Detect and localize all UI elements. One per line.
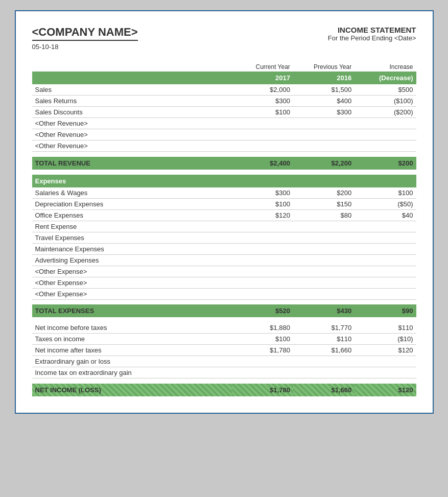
- row-cy: [232, 129, 293, 140]
- total-expenses-inc: $90: [355, 304, 416, 317]
- table-row: Office Expenses $120 $80 $40: [32, 209, 416, 221]
- total-expenses-py: $430: [293, 304, 355, 317]
- total-expenses-cy: $520: [232, 304, 293, 317]
- row-py: $400: [293, 96, 355, 107]
- table-row: <Other Expense>: [32, 288, 416, 299]
- row-label: Depreciation Expenses: [32, 198, 232, 209]
- expenses-header-inc: [355, 175, 416, 187]
- table-row: Income tax on extraordinary gain: [32, 367, 416, 378]
- row-label: Extraordinary gain or loss: [32, 356, 232, 367]
- income-table: Current Year Previous Year Increase 2017…: [32, 62, 416, 396]
- row-label: Sales Discounts: [32, 107, 232, 118]
- revenue-header-label: [32, 72, 232, 84]
- table-row: <Other Expense>: [32, 266, 416, 277]
- spacer: [32, 152, 416, 157]
- row-label: Income tax on extraordinary gain: [32, 367, 232, 378]
- row-label: <Other Revenue>: [32, 140, 232, 152]
- total-revenue-cy: $2,400: [232, 157, 293, 170]
- row-inc: [355, 140, 416, 152]
- row-inc: ($10): [355, 334, 416, 345]
- table-row: Sales Returns $300 $400 ($100): [32, 96, 416, 107]
- table-row: Travel Expenses: [32, 232, 416, 243]
- col-header-inc: Increase: [355, 62, 416, 72]
- revenue-section-header: 2017 2016 (Decrease): [32, 72, 416, 84]
- expenses-header-py: [293, 175, 355, 187]
- header-right: INCOME STATEMENT For the Period Ending <…: [328, 26, 416, 42]
- row-inc: [355, 129, 416, 140]
- row-py: $80: [293, 209, 355, 221]
- row-cy: $1,880: [232, 322, 293, 334]
- report-title: INCOME STATEMENT: [328, 26, 416, 34]
- row-label: Net income before taxes: [32, 322, 232, 334]
- table-row: Taxes on income $100 $110 ($10): [32, 334, 416, 345]
- row-inc: $500: [355, 84, 416, 96]
- row-label: Maintenance Expenses: [32, 243, 232, 254]
- table-row: <Other Expense>: [32, 277, 416, 288]
- row-py: [293, 118, 355, 129]
- row-label: Salaries & Wages: [32, 187, 232, 199]
- spacer: [32, 299, 416, 304]
- row-label: Sales: [32, 84, 232, 96]
- expenses-header-cy: [232, 175, 293, 187]
- row-cy: [232, 118, 293, 129]
- row-py: $200: [293, 187, 355, 199]
- revenue-header-inc: (Decrease): [355, 72, 416, 84]
- row-inc: ($200): [355, 107, 416, 118]
- row-py: $300: [293, 107, 355, 118]
- table-row: <Other Revenue>: [32, 118, 416, 129]
- company-name: <COMPANY NAME>: [32, 26, 138, 41]
- row-label: <Other Revenue>: [32, 118, 232, 129]
- row-py: $1,500: [293, 84, 355, 96]
- total-expenses-label: TOTAL EXPENSES: [32, 304, 232, 317]
- page: <COMPANY NAME> 05-10-18 INCOME STATEMENT…: [15, 10, 434, 414]
- row-py: $1,660: [293, 345, 355, 356]
- net-income-inc: $120: [355, 384, 416, 396]
- row-inc: $40: [355, 209, 416, 221]
- col-header-py: Previous Year: [293, 62, 355, 72]
- total-revenue-row: TOTAL REVENUE $2,400 $2,200 $200: [32, 157, 416, 170]
- table-row: Sales Discounts $100 $300 ($200): [32, 107, 416, 118]
- row-cy: $1,780: [232, 345, 293, 356]
- table-row: Advertising Expenses: [32, 254, 416, 266]
- row-inc: ($50): [355, 198, 416, 209]
- spacer: [32, 317, 416, 322]
- table-row: Depreciation Expenses $100 $150 ($50): [32, 198, 416, 209]
- row-py: [293, 140, 355, 152]
- page-header: <COMPANY NAME> 05-10-18 INCOME STATEMENT…: [32, 26, 416, 51]
- table-row: Salaries & Wages $300 $200 $100: [32, 187, 416, 199]
- table-row: <Other Revenue>: [32, 129, 416, 140]
- row-inc: ($100): [355, 96, 416, 107]
- expenses-header-label: Expenses: [32, 175, 232, 187]
- row-label: Rent Expense: [32, 221, 232, 232]
- row-cy: $2,000: [232, 84, 293, 96]
- report-date: 05-10-18: [32, 43, 138, 51]
- report-subtitle: For the Period Ending <Date>: [328, 34, 416, 42]
- row-label: Taxes on income: [32, 334, 232, 345]
- row-label: Sales Returns: [32, 96, 232, 107]
- table-row: Rent Expense: [32, 221, 416, 232]
- row-cy: $100: [232, 107, 293, 118]
- table-row: <Other Revenue>: [32, 140, 416, 152]
- row-label: <Other Expense>: [32, 288, 232, 299]
- net-income-cy: $1,780: [232, 384, 293, 396]
- revenue-header-cy: 2017: [232, 72, 293, 84]
- column-header-row: Current Year Previous Year Increase: [32, 62, 416, 72]
- row-cy: $120: [232, 209, 293, 221]
- row-py: $1,770: [293, 322, 355, 334]
- row-label: Net income after taxes: [32, 345, 232, 356]
- row-label: Advertising Expenses: [32, 254, 232, 266]
- row-py: $150: [293, 198, 355, 209]
- net-income-py: $1,660: [293, 384, 355, 396]
- total-revenue-label: TOTAL REVENUE: [32, 157, 232, 170]
- table-row: Net income after taxes $1,780 $1,660 $12…: [32, 345, 416, 356]
- revenue-header-py: 2016: [293, 72, 355, 84]
- row-py: [293, 129, 355, 140]
- row-cy: $100: [232, 334, 293, 345]
- table-row: Extraordinary gain or loss: [32, 356, 416, 367]
- row-cy: $300: [232, 187, 293, 199]
- net-income-row: NET INCOME (LOSS) $1,780 $1,660 $120: [32, 384, 416, 396]
- row-cy: [232, 140, 293, 152]
- total-revenue-inc: $200: [355, 157, 416, 170]
- row-inc: $100: [355, 187, 416, 199]
- total-expenses-row: TOTAL EXPENSES $520 $430 $90: [32, 304, 416, 317]
